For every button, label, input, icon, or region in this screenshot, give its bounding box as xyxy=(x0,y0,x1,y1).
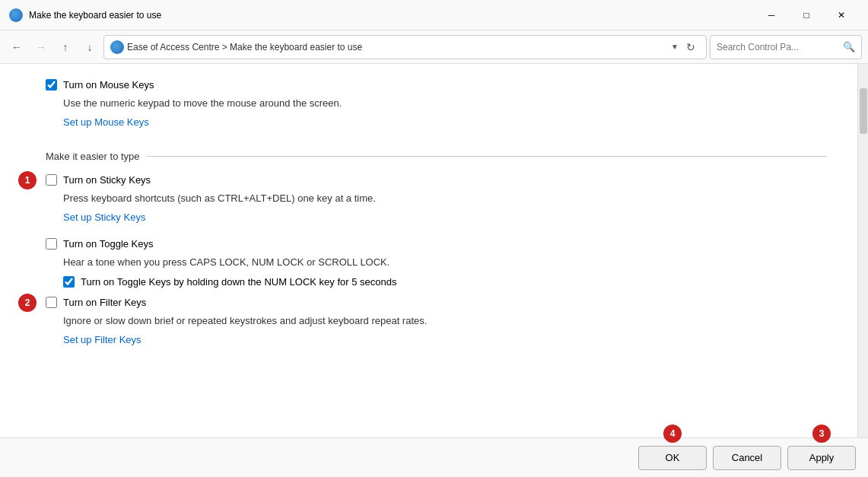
setup-sticky-keys-link[interactable]: Set up Sticky Keys xyxy=(63,211,145,223)
sticky-keys-checkbox[interactable] xyxy=(46,174,57,186)
ok-button[interactable]: OK xyxy=(638,446,707,470)
down-button[interactable]: ↓ xyxy=(79,37,100,58)
up-button[interactable]: ↑ xyxy=(55,37,76,58)
toggle-keys-sub-row: Turn on Toggle Keys by holding down the … xyxy=(63,276,827,288)
toggle-keys-description: Hear a tone when you press CAPS LOCK, NU… xyxy=(63,256,827,269)
close-button[interactable]: ✕ xyxy=(824,3,859,27)
scrollbar[interactable] xyxy=(857,64,868,437)
maximize-button[interactable]: □ xyxy=(789,3,824,27)
mouse-keys-checkbox[interactable] xyxy=(46,79,57,91)
address-dropdown-icon[interactable]: ▼ xyxy=(671,43,679,51)
filter-keys-description: Ignore or slow down brief or repeated ke… xyxy=(63,314,827,328)
nav-bar: ← → ↑ ↓ Ease of Access Centre > Make the… xyxy=(0,30,868,64)
annotation-3: 3 xyxy=(812,425,831,443)
section-divider xyxy=(146,156,827,157)
footer: 4 OK Cancel 3 Apply xyxy=(0,437,868,477)
toggle-keys-label[interactable]: Turn on Toggle Keys xyxy=(63,238,154,250)
annotation-1: 1 xyxy=(18,171,37,189)
back-button[interactable]: ← xyxy=(6,37,27,58)
address-icon xyxy=(110,40,124,54)
app-icon xyxy=(9,8,23,22)
toggle-keys-sub-checkbox[interactable] xyxy=(63,276,75,288)
setup-filter-keys-link[interactable]: Set up Filter Keys xyxy=(63,334,141,345)
breadcrumb-text: Ease of Access Centre > Make the keyboar… xyxy=(127,42,668,52)
filter-keys-label[interactable]: Turn on Filter Keys xyxy=(63,297,146,308)
toggle-keys-sub-label[interactable]: Turn on Toggle Keys by holding down the … xyxy=(81,276,397,288)
search-input[interactable] xyxy=(717,42,840,52)
mouse-keys-description: Use the numeric keypad to move the mouse… xyxy=(63,97,827,110)
annotation-2: 2 xyxy=(18,294,37,312)
search-icon: 🔍 xyxy=(843,41,855,52)
scrollbar-thumb[interactable] xyxy=(860,88,867,134)
toggle-keys-checkbox[interactable] xyxy=(46,238,57,250)
apply-button[interactable]: Apply xyxy=(787,446,856,470)
sticky-keys-row: 1 Turn on Sticky Keys xyxy=(46,174,827,186)
mouse-keys-row: Turn on Mouse Keys xyxy=(46,79,827,91)
sticky-keys-description: Press keyboard shortcuts (such as CTRL+A… xyxy=(63,192,827,205)
mouse-keys-label[interactable]: Turn on Mouse Keys xyxy=(63,79,154,91)
setup-mouse-keys-link[interactable]: Set up Mouse Keys xyxy=(63,116,149,128)
forward-button[interactable]: → xyxy=(30,37,52,58)
type-section-header: Make it easier to type xyxy=(46,151,827,162)
title-bar: Make the keyboard easier to use ─ □ ✕ xyxy=(0,0,868,30)
ok-btn-container: 4 OK xyxy=(638,446,707,470)
window-controls: ─ □ ✕ xyxy=(754,3,859,27)
minimize-button[interactable]: ─ xyxy=(754,3,789,27)
address-bar[interactable]: Ease of Access Centre > Make the keyboar… xyxy=(103,35,707,59)
annotation-4: 4 xyxy=(663,425,682,443)
filter-keys-section: 2 Turn on Filter Keys Ignore or slow dow… xyxy=(46,297,827,361)
sticky-keys-label[interactable]: Turn on Sticky Keys xyxy=(63,174,151,186)
cancel-button[interactable]: Cancel xyxy=(713,446,781,470)
filter-keys-row: 2 Turn on Filter Keys xyxy=(46,297,827,308)
filter-keys-checkbox[interactable] xyxy=(46,297,57,308)
apply-btn-container: 3 Apply xyxy=(787,446,856,470)
search-box[interactable]: 🔍 xyxy=(710,35,862,59)
refresh-button[interactable]: ↻ xyxy=(682,38,700,56)
window-title: Make the keyboard easier to use xyxy=(29,10,754,21)
toggle-keys-row: Turn on Toggle Keys xyxy=(46,238,827,250)
type-section-title: Make it easier to type xyxy=(46,151,146,162)
main-content: Turn on Mouse Keys Use the numeric keypa… xyxy=(0,64,868,437)
content-area: Turn on Mouse Keys Use the numeric keypa… xyxy=(0,64,857,437)
